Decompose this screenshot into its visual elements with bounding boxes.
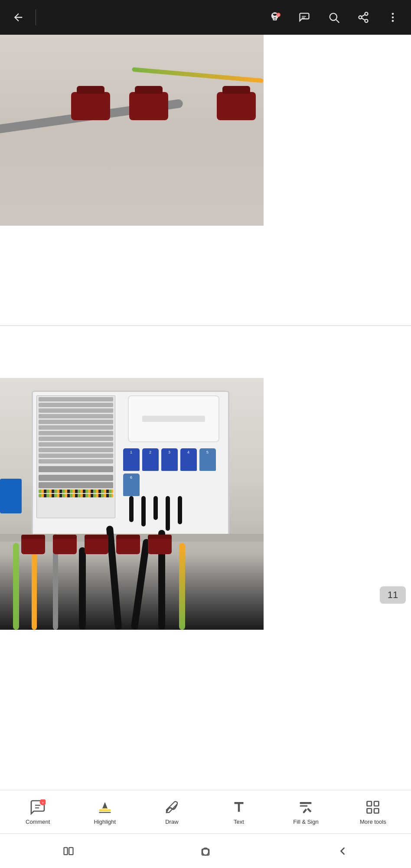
page-section-2: 1 2 3 4 5 [0, 326, 411, 630]
connector-6: 6 [123, 473, 140, 496]
top-bar-left [9, 8, 39, 27]
connector-4: 4 [180, 448, 197, 471]
comment-tool-button[interactable]: + Comment [20, 795, 55, 829]
svg-rect-22 [367, 802, 372, 806]
mount-cap-3 [217, 92, 256, 120]
wall-background-2: 1 2 3 4 5 [0, 378, 264, 630]
connector-3: 3 [161, 448, 178, 471]
svg-rect-23 [374, 802, 379, 806]
comment-tool-icon: + [29, 799, 46, 816]
draw-tool-label: Draw [165, 819, 178, 825]
top-bar: 3 [0, 0, 411, 35]
more-options-icon [387, 11, 399, 23]
fill-sign-icon [298, 799, 313, 815]
draw-tool-button[interactable]: Draw [154, 795, 189, 829]
page-number-badge: 11 [380, 586, 406, 604]
recent-apps-icon [62, 845, 75, 857]
text-tool-button[interactable]: Text [222, 795, 256, 829]
svg-rect-18 [99, 809, 111, 812]
meter-box [128, 395, 219, 442]
svg-rect-24 [367, 809, 372, 813]
distribution-board: 1 2 3 4 5 [32, 391, 229, 536]
mount-cap-2 [129, 92, 168, 120]
comment-icon [298, 11, 310, 23]
text-tool-label: Text [234, 819, 244, 825]
svg-line-10 [362, 15, 365, 17]
svg-point-6 [365, 12, 368, 15]
electrical-image-1 [0, 35, 264, 226]
more-tools-label: More tools [360, 819, 386, 825]
cable-green-yellow [179, 543, 185, 630]
connector-2: 2 [142, 448, 159, 471]
mount-cap-1 [71, 92, 110, 120]
grid-icon [365, 799, 381, 815]
draw-tool-icon [163, 799, 180, 816]
cable-yellow [32, 552, 37, 630]
svg-point-8 [365, 20, 368, 23]
system-nav-bar [0, 833, 411, 868]
connector-5: 5 [199, 448, 216, 471]
svg-point-11 [392, 13, 394, 15]
svg-rect-25 [374, 809, 379, 813]
back-nav-icon [336, 845, 349, 857]
share-button[interactable] [354, 8, 373, 27]
search-button[interactable] [324, 8, 343, 27]
hanging-cables [123, 496, 225, 531]
bottom-toolbar: + Comment Highlight Draw [0, 790, 411, 833]
fill-sign-tool-button[interactable]: Fill & Sign [288, 795, 323, 829]
svg-rect-21 [300, 806, 308, 807]
green-yellow-cable [132, 67, 264, 83]
blue-connectors-row: 1 2 3 4 5 [123, 448, 225, 496]
svg-rect-26 [64, 847, 68, 854]
svg-line-9 [362, 18, 365, 20]
annotation-icon: 3 [269, 11, 281, 23]
text-icon [231, 799, 247, 815]
comment-tool-label: Comment [26, 819, 50, 825]
wall-background-1 [0, 35, 264, 226]
svg-point-12 [392, 16, 394, 19]
page-white-space-1 [0, 226, 411, 326]
bottom-mount-caps [21, 535, 172, 554]
electrical-image-2: 1 2 3 4 5 [0, 378, 264, 630]
svg-rect-27 [69, 847, 73, 854]
right-panel: 1 2 3 4 5 [123, 395, 225, 518]
cable-green-1 [13, 543, 19, 630]
draw-icon [164, 799, 179, 815]
cable-black-1 [79, 547, 86, 630]
svg-point-13 [392, 20, 394, 22]
page-number-text: 11 [388, 589, 398, 601]
highlight-icon [97, 799, 113, 815]
terminal-strips [36, 395, 115, 518]
highlight-tool-icon [96, 799, 114, 816]
comment-icon: + [30, 799, 46, 815]
share-icon [357, 11, 369, 23]
home-button[interactable] [188, 840, 223, 862]
fill-sign-tool-icon [297, 799, 314, 816]
fill-sign-tool-label: Fill & Sign [293, 819, 319, 825]
comment-button[interactable] [295, 8, 314, 27]
more-options-button[interactable] [383, 8, 402, 27]
search-icon [328, 11, 340, 23]
back-button[interactable] [9, 8, 28, 27]
home-icon [199, 845, 212, 857]
back-icon [12, 11, 24, 23]
svg-text:3: 3 [277, 14, 279, 17]
pdf-content: 1 2 3 4 5 [0, 35, 411, 799]
svg-point-7 [359, 16, 362, 19]
more-tools-icon [364, 799, 382, 816]
svg-rect-20 [300, 802, 312, 804]
highlight-tool-button[interactable]: Highlight [88, 795, 122, 829]
recent-apps-button[interactable] [51, 840, 86, 862]
text-tool-icon [230, 799, 248, 816]
highlight-tool-label: Highlight [94, 819, 116, 825]
back-nav-button[interactable] [325, 840, 360, 862]
svg-text:+: + [42, 801, 44, 805]
connector-1: 1 [123, 448, 140, 471]
blue-screen [0, 479, 22, 513]
page-section-1 [0, 35, 411, 326]
divider [36, 10, 36, 25]
annotation-button[interactable]: 3 [265, 8, 284, 27]
top-bar-right: 3 [265, 8, 402, 27]
svg-line-5 [336, 20, 339, 22]
more-tools-button[interactable]: More tools [356, 795, 391, 829]
